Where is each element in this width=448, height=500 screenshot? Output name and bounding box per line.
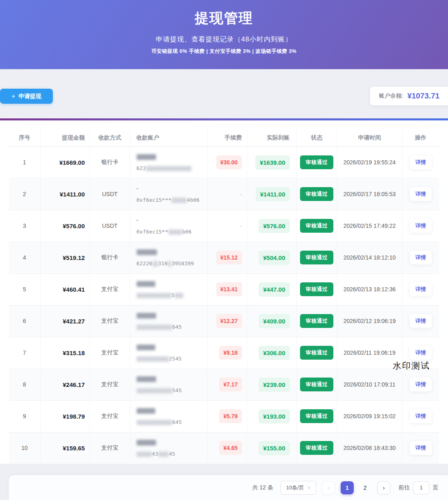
apply-time: 2026/02/10 17:09:11 [337, 369, 402, 400]
account-fragment: 545 [172, 387, 182, 393]
fee-cell: ¥4.65 [207, 432, 248, 464]
detail-button[interactable]: 详情 [410, 187, 432, 201]
row-index: 4 [9, 242, 40, 273]
account-fragment: - [137, 217, 139, 223]
row-index: 10 [9, 432, 40, 464]
actual-amount-badge: ¥504.00 [259, 251, 289, 265]
detail-button[interactable]: 详情 [410, 282, 432, 296]
apply-time: 2026/02/08 18:43:30 [337, 432, 402, 464]
detail-button[interactable]: 详情 [410, 155, 432, 169]
prev-page-button[interactable]: ‹ [322, 481, 335, 494]
detail-button[interactable]: 详情 [410, 346, 432, 360]
page-number-2[interactable]: 2 [359, 481, 372, 494]
redacted-blur-block [172, 198, 187, 203]
fee-cell: - [207, 210, 248, 242]
actual-amount-cell: ¥306.00 [248, 337, 296, 369]
column-header-9: 操作 [402, 129, 439, 146]
page-size-value: 10条/页 [286, 484, 304, 491]
watermark-text: 水印测试 [393, 360, 430, 371]
redacted-blur-block [158, 452, 169, 457]
status-cell: 审核通过 [296, 146, 337, 178]
table-row: 10¥159.65支付宝4345¥4.65¥155.00审核通过2026/02/… [9, 432, 439, 464]
fee-dash: - [240, 223, 241, 229]
table-row: 5¥460.41支付宝5¥13.41¥447.00审核通过2026/02/13 … [9, 273, 439, 305]
actual-amount-badge: ¥193.00 [259, 409, 289, 424]
detail-button[interactable]: 详情 [410, 441, 432, 455]
withdraw-amount: ¥519.12 [40, 242, 90, 273]
fee-cell: ¥30.00 [207, 146, 248, 178]
payment-method: 支付宝 [90, 273, 130, 305]
payment-method: USDT [90, 210, 130, 242]
redacted-blur-block [174, 293, 183, 298]
status-cell: 审核通过 [296, 337, 337, 369]
actual-amount-badge: ¥1411.00 [256, 187, 290, 201]
account-text: 0xf6ec15**b06 [137, 229, 207, 235]
account-fragment: 0xf6ec15*** [137, 197, 172, 203]
row-index: 3 [9, 210, 40, 242]
status-badge: 审核通过 [300, 409, 333, 423]
status-cell: 审核通过 [296, 242, 337, 273]
account-text [137, 376, 207, 382]
redacted-blur-block [137, 376, 156, 382]
apply-time: 2026/02/14 18:12:10 [337, 242, 402, 273]
goto-page-input[interactable] [413, 481, 429, 494]
fee-cell: ¥5.79 [207, 400, 248, 432]
page-number-list: 12 [341, 481, 372, 494]
column-header-6: 实际到账 [248, 129, 296, 146]
detail-button[interactable]: 详情 [410, 314, 432, 328]
table-row: 2¥1411.00USDT-0xf6ec15***4b06-¥1411.00审核… [9, 178, 439, 210]
fee-badge: ¥15.12 [216, 251, 242, 264]
actual-amount-badge: ¥155.00 [259, 441, 289, 455]
row-index: 7 [9, 337, 40, 369]
status-badge: 审核通过 [300, 251, 333, 264]
column-header-7: 状态 [296, 129, 337, 146]
detail-button[interactable]: 详情 [410, 219, 432, 233]
payment-method: 支付宝 [90, 305, 130, 337]
column-header-1: 序号 [9, 129, 40, 146]
account-fragment: 4b06 [187, 197, 200, 203]
redacted-blur-block [137, 408, 155, 414]
column-header-4: 收款账户 [130, 129, 207, 146]
account-text [137, 439, 207, 445]
account-text: 645 [137, 419, 207, 426]
account-text: - [137, 217, 207, 223]
detail-button[interactable]: 详情 [410, 251, 432, 264]
status-cell: 审核通过 [296, 210, 337, 242]
fee-badge: ¥9.18 [219, 346, 241, 360]
withdraw-amount: ¥198.79 [40, 400, 90, 432]
fee-badge: ¥13.41 [216, 282, 242, 296]
withdraw-amount: ¥421.27 [40, 305, 90, 337]
apply-time: 2026/02/15 17:49:22 [337, 210, 402, 242]
apply-time: 2026/02/12 19:06:19 [337, 305, 402, 337]
withdraw-amount: ¥246.17 [40, 369, 90, 400]
pagination-bar: 共 12 条 10条/页 ∨ ‹ 12 › 前往 页 [9, 475, 448, 500]
row-index: 8 [9, 369, 40, 400]
actual-amount-cell: ¥576.00 [248, 210, 296, 242]
detail-button[interactable]: 详情 [410, 378, 432, 391]
status-cell: 审核通过 [296, 400, 337, 432]
payee-account: 5 [130, 273, 207, 305]
actual-amount-cell: ¥1639.00 [248, 146, 296, 178]
fee-badge: ¥7.17 [219, 378, 241, 391]
table-row: 1¥1669.00银行卡622¥30.00¥1639.00审核通过2026/02… [9, 146, 439, 178]
account-text: - [137, 185, 207, 192]
redacted-blur-block [137, 249, 157, 255]
next-page-button[interactable]: › [377, 481, 390, 494]
action-cell: 详情 [402, 210, 439, 242]
account-fragment: 3958399 [172, 260, 194, 266]
page-number-1[interactable]: 1 [341, 481, 354, 494]
detail-button[interactable]: 详情 [410, 409, 432, 423]
hero-banner: 提现管理 申请提现、查看提现记录（48小时内到账） 币安链提现 0% 手续费 |… [0, 0, 448, 69]
page-size-select[interactable]: 10条/页 ∨ [281, 481, 316, 495]
apply-withdraw-button[interactable]: + 申请提现 [0, 89, 53, 104]
action-cell: 详情 [402, 305, 439, 337]
account-fragment: - [137, 185, 139, 192]
account-fragment: b06 [182, 229, 191, 235]
payment-method: 支付宝 [90, 369, 130, 400]
actual-amount-badge: ¥1639.00 [255, 155, 290, 170]
apply-time: 2026/02/13 18:12:36 [337, 273, 402, 305]
account-text [137, 249, 207, 255]
withdraw-amount: ¥1669.00 [40, 146, 90, 178]
apply-time: 2026/02/19 19:55:24 [337, 146, 402, 178]
payee-account: 545 [130, 369, 207, 400]
